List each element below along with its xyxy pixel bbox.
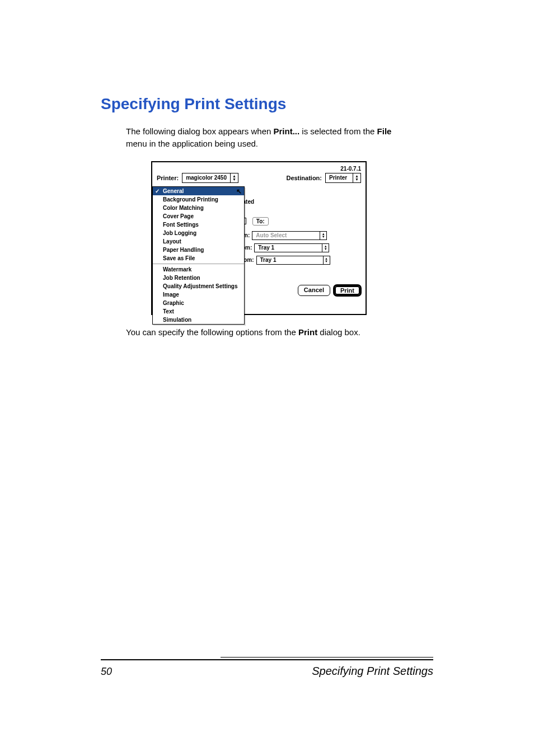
menu-item-label: General: [163, 188, 184, 194]
chevron-updown-icon: ▲▼: [230, 173, 238, 182]
chevron-updown-icon: ▲▼: [320, 232, 326, 240]
tray-dropdown[interactable]: Tray 1 ▲▼: [256, 256, 330, 265]
menu-item-label: Color Matching: [163, 205, 204, 211]
intro-paragraph: The following dialog box appears when Pr…: [126, 125, 395, 150]
intro-bold-file: File: [377, 126, 392, 136]
dialog-right-panel: llated To: om: Auto Select ▲▼ rom: Tray …: [240, 195, 361, 268]
chevron-updown-icon: ▲▼: [353, 173, 360, 182]
menu-item-label: Simulation: [163, 317, 191, 323]
menu-item-text[interactable]: Text: [153, 307, 244, 316]
cancel-button[interactable]: Cancel: [298, 285, 330, 296]
outro-text: You can specify the following options fr…: [126, 327, 298, 337]
print-dialog: 21-0.7.1 Printer: magicolor 2450 ▲▼ Dest…: [151, 161, 367, 315]
menu-item-label: Graphic: [163, 300, 184, 306]
dropdown-value: Tray 1: [257, 257, 323, 263]
menu-item-save-as-file[interactable]: Save as File: [153, 254, 244, 262]
outro-bold-print: Print: [298, 327, 317, 337]
outro-text: dialog box.: [317, 327, 360, 337]
cursor-arrow-icon: ↖: [236, 187, 242, 195]
destination-label: Destination:: [286, 175, 322, 181]
page-footer: 50 Specifying Print Settings: [101, 657, 433, 678]
dropdown-value: Auto Select: [252, 232, 320, 238]
printer-select[interactable]: magicolor 2450 ▲▼: [182, 173, 238, 183]
printer-label: Printer:: [157, 175, 179, 181]
intro-text: menu in the application being used.: [126, 139, 258, 148]
menu-item-watermark[interactable]: Watermark: [153, 265, 244, 274]
intro-text: The following dialog box appears when: [126, 126, 274, 136]
dropdown-value: Tray 1: [255, 245, 322, 251]
menu-item-simulation[interactable]: Simulation: [153, 316, 244, 324]
menu-item-background-printing[interactable]: Background Printing: [153, 195, 244, 204]
footer-title: Specifying Print Settings: [312, 665, 433, 678]
menu-item-label: Job Logging: [163, 230, 196, 236]
menu-item-label: Layout: [163, 238, 181, 245]
menu-item-font-settings[interactable]: Font Settings: [153, 220, 244, 229]
menu-item-paper-handling[interactable]: Paper Handling: [153, 246, 244, 254]
menu-item-label: Text: [163, 308, 174, 314]
page-number: 50: [101, 666, 112, 678]
footer-rule: [221, 657, 433, 658]
menu-item-label: Image: [163, 292, 179, 298]
panel-menu[interactable]: ✓ General ↖ Background Printing Color Ma…: [152, 186, 245, 325]
intro-bold-print: Print...: [274, 126, 300, 136]
menu-item-image[interactable]: Image: [153, 290, 244, 299]
menu-item-color-matching[interactable]: Color Matching: [153, 204, 244, 212]
outro-paragraph: You can specify the following options fr…: [126, 326, 433, 339]
tray-dropdown[interactable]: Tray 1 ▲▼: [254, 243, 329, 252]
menu-item-label: Quality Adjustment Settings: [163, 283, 238, 289]
menu-item-label: Watermark: [163, 266, 191, 273]
menu-item-label: Job Retention: [163, 275, 200, 281]
menu-separator: [153, 264, 244, 264]
menu-item-label: Font Settings: [163, 222, 199, 228]
destination-select-value: Printer: [326, 175, 353, 181]
menu-item-job-retention[interactable]: Job Retention: [153, 274, 244, 282]
footer-rule: [101, 659, 433, 660]
menu-item-layout[interactable]: Layout: [153, 237, 244, 246]
menu-item-label: Cover Page: [163, 213, 194, 219]
to-label: To:: [252, 217, 269, 226]
chevron-updown-icon: ▲▼: [322, 244, 329, 252]
menu-item-label: Paper Handling: [163, 247, 204, 253]
printer-select-value: magicolor 2450: [182, 175, 230, 181]
destination-select[interactable]: Printer ▲▼: [325, 173, 361, 183]
menu-item-label: Background Printing: [163, 196, 218, 203]
page-heading: Specifying Print Settings: [101, 95, 433, 113]
chevron-updown-icon: ▲▼: [323, 256, 330, 264]
menu-item-general[interactable]: ✓ General ↖: [153, 187, 244, 195]
version-label: 21-0.7.1: [157, 166, 361, 172]
check-icon: ✓: [155, 188, 160, 194]
intro-text: is selected from the: [299, 126, 377, 136]
menu-item-cover-page[interactable]: Cover Page: [153, 212, 244, 220]
menu-item-job-logging[interactable]: Job Logging: [153, 229, 244, 237]
menu-item-quality-adjustment-settings[interactable]: Quality Adjustment Settings: [153, 282, 244, 290]
menu-item-graphic[interactable]: Graphic: [153, 299, 244, 307]
menu-item-label: Save as File: [163, 255, 195, 261]
print-button[interactable]: Print: [334, 285, 361, 296]
auto-select-dropdown[interactable]: Auto Select ▲▼: [252, 231, 327, 240]
